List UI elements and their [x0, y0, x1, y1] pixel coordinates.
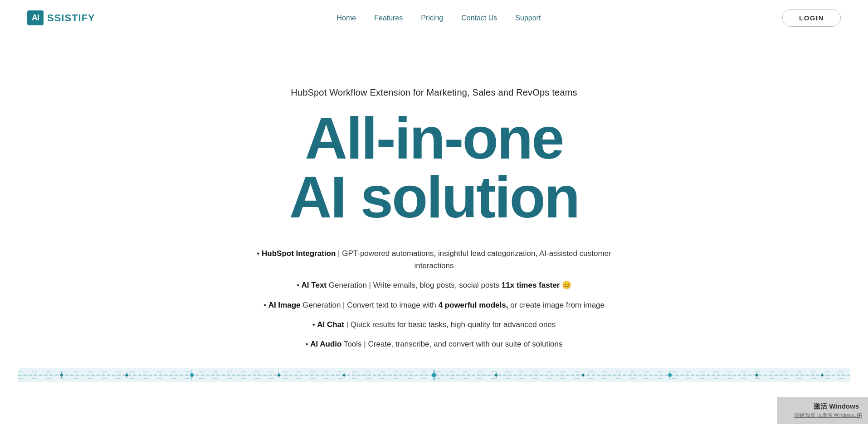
feature-ai-chat-rest: | Quick results for basic tasks, high-qu…: [346, 320, 556, 329]
nav-link-pricing[interactable]: Pricing: [421, 14, 443, 22]
feature-ai-image-bullet: •: [263, 301, 268, 309]
hero-title-line1: All-in-one: [289, 109, 579, 168]
feature-ai-text-emoji: 😊: [562, 281, 571, 289]
circuit-strip: [18, 368, 850, 382]
feature-ai-chat-bullet: •: [312, 320, 317, 329]
feature-hubspot-rest: GPT-powered automations, insightful lead…: [342, 249, 611, 270]
feature-ai-text: • AI Text Generation | Write emails, blo…: [239, 279, 629, 291]
feature-ai-text-speed: 11x times faster: [502, 281, 560, 289]
feature-hubspot-bullet: •: [257, 249, 262, 258]
logo-link[interactable]: AI SSISTIFY: [27, 10, 95, 25]
windows-settings-icon: ⊞: [854, 410, 864, 420]
nav-links: Home Features Pricing Contact Us Support: [336, 14, 541, 22]
nav-link-home[interactable]: Home: [336, 14, 356, 22]
feature-ai-image-models: 4 powerful models,: [438, 301, 508, 309]
feature-hubspot: • HubSpot Integration | GPT-powered auto…: [239, 247, 629, 272]
nav-link-support[interactable]: Support: [515, 14, 541, 22]
login-button[interactable]: LOGIN: [782, 9, 841, 27]
nav-item-support[interactable]: Support: [515, 14, 541, 22]
feature-ai-image-bold: AI Image: [268, 301, 301, 309]
nav-link-features[interactable]: Features: [374, 14, 403, 22]
hero-subtitle: HubSpot Workflow Extension for Marketing…: [291, 87, 577, 98]
windows-activation-badge: 激活 Windows 转到"设置"以激活 Windows。 ⊞: [777, 397, 868, 424]
hero-features: • HubSpot Integration | GPT-powered auto…: [239, 247, 629, 350]
logo-text: SSISTIFY: [47, 12, 95, 24]
feature-ai-audio-rest: Tools | Create, transcribe, and convert …: [344, 340, 563, 348]
feature-ai-image-rest: Generation | Convert text to image with: [302, 301, 438, 309]
logo-icon: AI: [27, 10, 44, 25]
feature-hubspot-bold: HubSpot Integration: [262, 249, 336, 258]
feature-hubspot-sep: |: [338, 249, 342, 258]
windows-badge-title: 激活 Windows: [786, 402, 859, 411]
windows-badge-subtitle[interactable]: 转到"设置"以激活 Windows。: [786, 412, 859, 419]
navbar: AI SSISTIFY Home Features Pricing Contac…: [0, 0, 868, 36]
nav-item-home[interactable]: Home: [336, 14, 356, 22]
feature-ai-text-bullet: •: [297, 281, 302, 289]
hero-section: HubSpot Workflow Extension for Marketing…: [0, 36, 868, 424]
feature-ai-text-rest: Generation | Write emails, blog posts, s…: [329, 281, 502, 289]
feature-ai-chat: • AI Chat | Quick results for basic task…: [239, 318, 629, 331]
feature-ai-image: • AI Image Generation | Convert text to …: [239, 299, 629, 311]
feature-ai-audio: • AI Audio Tools | Create, transcribe, a…: [239, 338, 629, 350]
feature-ai-image-rest-end: or create image from image: [510, 301, 605, 309]
nav-item-features[interactable]: Features: [374, 14, 403, 22]
hero-title: All-in-one AI solution: [289, 109, 579, 226]
feature-ai-audio-bullet: •: [306, 340, 311, 348]
hero-title-line2: AI solution: [289, 168, 579, 226]
nav-item-contact[interactable]: Contact Us: [461, 14, 497, 22]
feature-ai-audio-bold: AI Audio: [310, 340, 341, 348]
nav-item-pricing[interactable]: Pricing: [421, 14, 443, 22]
feature-ai-chat-bold: AI Chat: [317, 320, 344, 329]
nav-link-contact[interactable]: Contact Us: [461, 14, 497, 22]
feature-ai-text-bold: AI Text: [302, 281, 327, 289]
